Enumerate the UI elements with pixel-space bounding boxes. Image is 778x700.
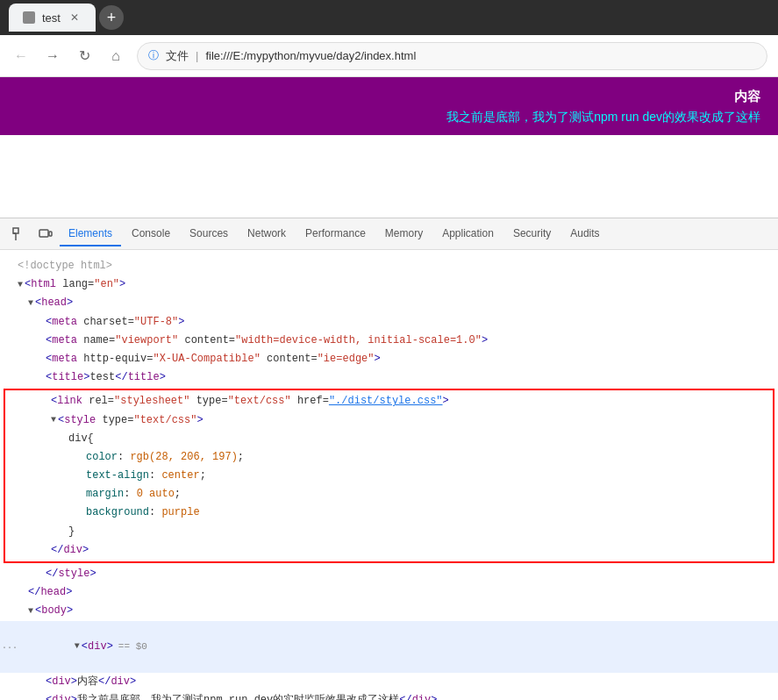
preview-area: 内容 我之前是底部，我为了测试npm run dev的效果改成了这样 <box>0 77 778 218</box>
expand-triangle[interactable]: ▼ <box>18 278 23 292</box>
address-separator: | <box>196 49 198 62</box>
color-prop-line: color: rgb(28, 206, 197); <box>5 448 773 467</box>
lock-icon: ⓘ <box>148 48 159 63</box>
tab-audits[interactable]: Audits <box>561 222 608 246</box>
forward-button[interactable]: → <box>42 46 63 67</box>
background-prop-line: background: purple <box>5 504 773 522</box>
browser-chrome: test ✕ + <box>0 0 778 35</box>
back-button[interactable]: ← <box>11 46 32 67</box>
tab-application[interactable]: Application <box>433 222 503 246</box>
dom-equals-badge: == $0 <box>118 639 147 655</box>
new-tab-button[interactable]: + <box>99 5 124 30</box>
highlighted-code-section: <link rel="stylesheet" type="text/css" h… <box>4 389 774 563</box>
preview-banner: 内容 我之前是底部，我为了测试npm run dev的效果改成了这样 <box>0 77 778 135</box>
inspect-element-button[interactable] <box>7 222 32 246</box>
tab-memory[interactable]: Memory <box>376 222 432 246</box>
active-tab[interactable]: test ✕ <box>9 4 96 32</box>
div-close-line: </div> <box>5 541 773 560</box>
svg-rect-1 <box>39 230 48 237</box>
tab-security[interactable]: Security <box>504 222 560 246</box>
margin-prop-line: margin: 0 auto; <box>5 485 773 504</box>
url-input[interactable]: ⓘ 文件 | file:///E:/mypython/myvue/day2/in… <box>137 42 767 70</box>
div-content-line: <div>内容</div> <box>0 673 778 691</box>
link-line: <link rel="stylesheet" type="text/css" h… <box>5 392 773 411</box>
tab-elements[interactable]: Elements <box>60 222 121 246</box>
text-align-prop-line: text-align: center; <box>5 467 773 485</box>
expand-triangle[interactable]: ▼ <box>75 639 80 654</box>
preview-content: 内容 我之前是底部，我为了测试npm run dev的效果改成了这样 <box>0 77 778 218</box>
head-close-line: </head> <box>0 583 778 602</box>
head-line[interactable]: ▼ <head> <box>0 294 778 312</box>
tab-console[interactable]: Console <box>123 222 179 246</box>
preview-subtitle: 我之前是底部，我为了测试npm run dev的效果改成了这样 <box>18 107 760 126</box>
device-toolbar-button[interactable] <box>33 222 58 246</box>
expand-triangle[interactable]: ▼ <box>51 413 56 427</box>
doctype-line: <!doctype html> <box>0 257 778 275</box>
elements-panel: <!doctype html> ▼ <html lang="en"> ▼ <he… <box>0 250 778 700</box>
style-open-line[interactable]: ▼ <style type="text/css"> <box>5 411 773 430</box>
devtools-toolbar: Elements Console Sources Network Perform… <box>0 218 778 250</box>
tab-close-button[interactable]: ✕ <box>68 11 82 25</box>
address-bar: ← → ↻ ⌂ ⓘ 文件 | file:///E:/mypython/myvue… <box>0 35 778 77</box>
expand-triangle[interactable]: ▼ <box>28 296 33 311</box>
meta-charset-line: <meta charset="UTF-8"> <box>0 313 778 332</box>
home-button[interactable]: ⌂ <box>105 46 126 67</box>
div-selector-line: div{ <box>5 430 773 448</box>
reload-button[interactable]: ↻ <box>74 46 95 67</box>
tab-favicon <box>23 11 35 24</box>
expand-triangle[interactable]: ▼ <box>28 604 33 618</box>
preview-title: 内容 <box>18 86 760 107</box>
tab-title: test <box>42 11 61 25</box>
tab-performance[interactable]: Performance <box>296 222 375 246</box>
title-line: <title>test</title> <box>0 368 778 387</box>
address-protocol: 文件 <box>166 48 189 64</box>
body-open-line[interactable]: ▼ <body> <box>0 602 778 620</box>
closing-brace-line: } <box>5 523 773 541</box>
ellipsis-dots: ... <box>2 639 18 654</box>
div-main-line[interactable]: ... ▼ <div> == $0 <box>0 621 778 674</box>
meta-compat-line: <meta http-equiv="X-UA-Compatible" conte… <box>0 350 778 368</box>
svg-rect-0 <box>13 228 18 233</box>
style-close-line: </style> <box>0 565 778 583</box>
tab-network[interactable]: Network <box>239 222 295 246</box>
address-url: file:///E:/mypython/myvue/day2/index.htm… <box>205 49 416 62</box>
meta-viewport-line: <meta name="viewport" content="width=dev… <box>0 332 778 350</box>
svg-rect-2 <box>49 232 52 236</box>
tab-sources[interactable]: Sources <box>181 222 237 246</box>
div-subtitle-line: <div>我之前是底部，我为了测试npm run dev的实时监听效果改成了这样… <box>0 691 778 700</box>
devtools-panel: Elements Console Sources Network Perform… <box>0 218 778 700</box>
tab-bar: test ✕ + <box>9 4 124 32</box>
html-line[interactable]: ▼ <html lang="en"> <box>0 275 778 294</box>
